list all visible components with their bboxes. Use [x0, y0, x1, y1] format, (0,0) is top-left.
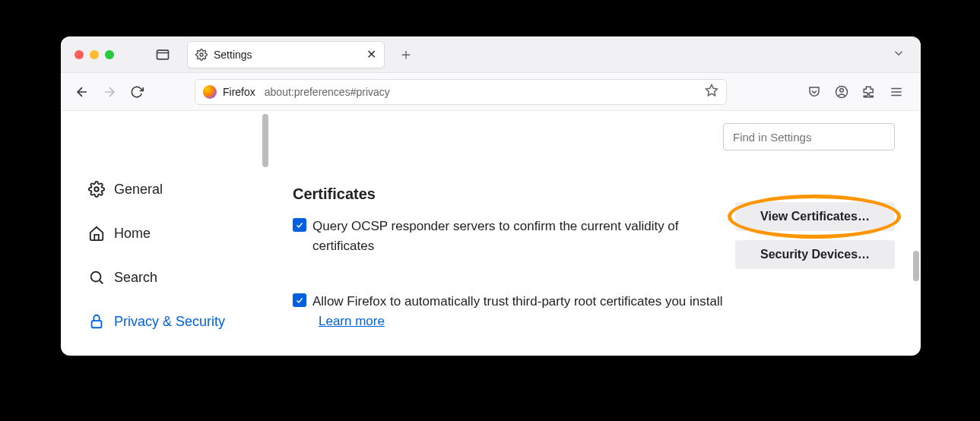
reload-button[interactable]: [129, 84, 144, 100]
back-button[interactable]: [75, 84, 90, 100]
search-icon: [88, 269, 105, 286]
sidebar-item-label: Home: [114, 226, 151, 242]
scrollbar-thumb[interactable]: [913, 251, 919, 281]
svg-rect-0: [157, 50, 169, 59]
trust-checkbox[interactable]: [293, 293, 306, 307]
gear-icon: [195, 49, 208, 61]
content-scrollbar[interactable]: [913, 114, 921, 350]
content-area: General Home Search Privacy & Security: [61, 111, 921, 356]
security-devices-button[interactable]: Security Devices…: [735, 240, 895, 269]
svg-line-13: [100, 280, 103, 283]
toolbar: Firefox about:preferences#privacy: [61, 73, 921, 111]
svg-point-11: [94, 187, 99, 192]
close-tab-icon[interactable]: ✕: [366, 47, 376, 62]
home-icon: [88, 225, 105, 242]
sidebar-item-label: General: [114, 182, 163, 198]
new-tab-button[interactable]: ＋: [398, 44, 414, 65]
sidebar-item-home[interactable]: Home: [88, 216, 262, 251]
section-title: Certificates: [293, 185, 898, 203]
svg-point-12: [91, 272, 101, 282]
tabs-dropdown-icon[interactable]: [892, 46, 905, 63]
view-certificates-button[interactable]: View Certificates…: [735, 202, 895, 231]
svg-marker-5: [706, 84, 718, 95]
gear-icon: [88, 181, 105, 198]
sidebar-item-search[interactable]: Search: [88, 260, 262, 295]
trust-setting-row: Allow Firefox to automatically trust thi…: [293, 292, 898, 331]
sidebar-toggle-icon[interactable]: [152, 44, 173, 65]
browser-tab[interactable]: Settings ✕: [187, 41, 385, 68]
scrollbar-thumb[interactable]: [262, 114, 268, 167]
lock-icon: [88, 313, 105, 330]
minimize-window-button[interactable]: [90, 50, 99, 59]
sidebar-item-privacy[interactable]: Privacy & Security: [88, 304, 262, 339]
svg-point-2: [200, 53, 203, 56]
pocket-icon[interactable]: [807, 84, 822, 100]
extensions-icon[interactable]: [861, 84, 877, 100]
svg-rect-14: [92, 321, 102, 328]
settings-sidebar: General Home Search Privacy & Security: [61, 111, 262, 356]
close-window-button[interactable]: [75, 50, 84, 59]
ocsp-checkbox[interactable]: [293, 218, 306, 232]
sidebar-item-label: Privacy & Security: [114, 314, 225, 330]
bookmark-star-icon[interactable]: [705, 84, 718, 100]
settings-main: Certificates Query OCSP responder server…: [270, 111, 913, 356]
title-bar: Settings ✕ ＋: [61, 36, 921, 73]
url-context: Firefox: [223, 86, 255, 98]
url-path: about:preferences#privacy: [265, 86, 699, 98]
sidebar-item-general[interactable]: General: [88, 172, 262, 207]
window-controls: [61, 50, 114, 59]
url-bar[interactable]: Firefox about:preferences#privacy: [195, 79, 727, 105]
trust-label-text: Allow Firefox to automatically trust thi…: [312, 294, 722, 309]
cert-action-buttons: View Certificates… Security Devices…: [735, 202, 895, 269]
svg-point-7: [840, 88, 844, 92]
trust-label: Allow Firefox to automatically trust thi…: [312, 292, 731, 331]
ocsp-label: Query OCSP responder servers to confirm …: [312, 217, 731, 255]
find-in-settings[interactable]: [723, 123, 895, 150]
firefox-logo-icon: [203, 85, 217, 99]
learn-more-link[interactable]: Learn more: [319, 314, 385, 328]
forward-button[interactable]: [102, 84, 117, 100]
maximize-window-button[interactable]: [105, 50, 114, 59]
sidebar-item-label: Search: [114, 270, 157, 286]
tab-title: Settings: [214, 49, 366, 61]
account-icon[interactable]: [834, 84, 849, 100]
sidebar-scrollbar[interactable]: [262, 114, 270, 350]
browser-window: Settings ✕ ＋ Firefox about:preferences#p…: [61, 36, 921, 356]
menu-icon[interactable]: [889, 84, 904, 100]
find-input[interactable]: [733, 131, 885, 144]
